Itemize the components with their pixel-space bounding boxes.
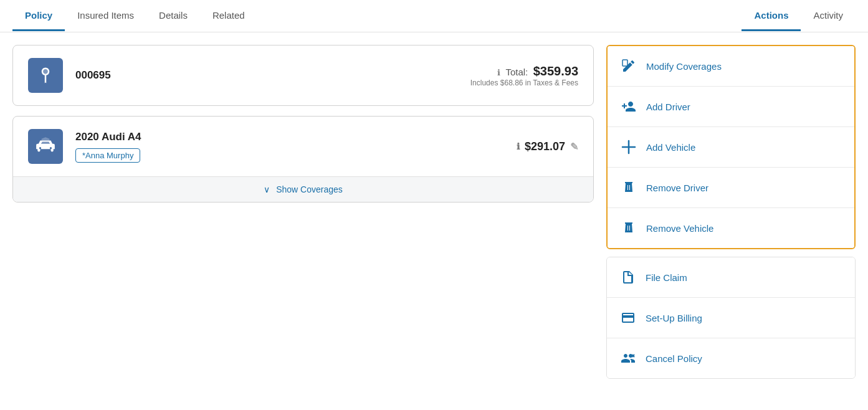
vehicle-info: 2020 Audi A4 *Anna Murphy — [75, 131, 504, 163]
tab-related[interactable]: Related — [200, 1, 257, 31]
policy-total: ℹ Total: $359.93 Includes $68.86 in Taxe… — [470, 64, 578, 87]
add-driver-label: Add Driver — [646, 102, 690, 112]
vehicle-icon — [28, 129, 63, 164]
modify-coverages-label: Modify Coverages — [646, 61, 722, 72]
setup-billing-label: Set-Up Billing — [646, 313, 702, 323]
setup-billing-icon — [619, 309, 637, 327]
policy-card: 000695 ℹ Total: $359.93 Includes $68.86 … — [12, 45, 594, 106]
svg-rect-1 — [622, 60, 627, 66]
tab-activity[interactable]: Activity — [801, 1, 856, 31]
policy-total-label: Total: — [505, 67, 528, 77]
main-layout: 000695 ℹ Total: $359.93 Includes $68.86 … — [0, 32, 868, 391]
show-coverages-label: Show Coverages — [276, 184, 343, 194]
add-driver-icon — [620, 98, 637, 115]
action-add-vehicle[interactable]: Add Vehicle — [608, 127, 854, 168]
tab-details[interactable]: Details — [146, 1, 200, 31]
action-setup-billing[interactable]: Set-Up Billing — [607, 298, 855, 338]
cancel-policy-label: Cancel Policy — [646, 353, 702, 364]
car-icon — [35, 136, 56, 157]
driver-badge[interactable]: *Anna Murphy — [75, 148, 140, 163]
vehicle-name: 2020 Audi A4 — [75, 131, 504, 143]
policy-id: 000695 — [75, 69, 111, 82]
file-claim-icon — [619, 269, 637, 286]
vehicle-card-body: 2020 Audi A4 *Anna Murphy ℹ $291.07 ✎ — [13, 117, 593, 176]
edit-vehicle-icon[interactable]: ✎ — [570, 141, 578, 153]
extra-actions-panel: File Claim Set-Up Billing — [606, 257, 856, 379]
nav-left-tabs: Policy Insured Items Details Related — [12, 1, 742, 31]
vehicle-card: 2020 Audi A4 *Anna Murphy ℹ $291.07 ✎ ∨ … — [12, 116, 594, 203]
add-vehicle-icon — [620, 138, 637, 156]
nav-right-tabs: Actions Activity — [742, 1, 856, 31]
tab-insured-items[interactable]: Insured Items — [65, 1, 146, 31]
remove-vehicle-label: Remove Vehicle — [646, 223, 713, 234]
chevron-down-icon: ∨ — [264, 184, 270, 194]
award-icon — [36, 66, 55, 85]
left-content: 000695 ℹ Total: $359.93 Includes $68.86 … — [12, 45, 594, 379]
action-modify-coverages[interactable]: Modify Coverages — [608, 46, 854, 87]
highlighted-actions-panel: Modify Coverages Add Driver Add Ve — [606, 45, 856, 249]
policy-card-body: 000695 ℹ Total: $359.93 Includes $68.86 … — [13, 45, 593, 105]
action-cancel-policy[interactable]: Cancel Policy — [607, 338, 855, 378]
action-add-driver[interactable]: Add Driver — [608, 87, 854, 127]
right-sidebar: Modify Coverages Add Driver Add Ve — [606, 45, 856, 379]
tab-actions[interactable]: Actions — [742, 1, 801, 31]
cancel-policy-icon — [619, 350, 637, 367]
info-icon-vehicle: ℹ — [517, 141, 520, 151]
add-vehicle-label: Add Vehicle — [646, 142, 695, 153]
action-remove-driver[interactable]: Remove Driver — [608, 168, 854, 208]
remove-vehicle-icon — [620, 219, 637, 237]
info-icon-policy: ℹ — [497, 68, 500, 77]
policy-total-line: ℹ Total: $359.93 — [470, 64, 578, 79]
vehicle-amount-section: ℹ $291.07 ✎ — [517, 140, 578, 153]
modify-coverages-icon — [620, 57, 637, 75]
remove-driver-icon — [620, 179, 637, 196]
policy-icon — [28, 58, 63, 93]
show-coverages-bar[interactable]: ∨ Show Coverages — [13, 176, 593, 202]
file-claim-label: File Claim — [646, 272, 687, 283]
remove-driver-label: Remove Driver — [646, 183, 708, 193]
tab-policy[interactable]: Policy — [12, 1, 65, 31]
policy-total-sub: Includes $68.86 in Taxes & Fees — [470, 79, 578, 87]
policy-total-amount: $359.93 — [533, 64, 578, 78]
action-file-claim[interactable]: File Claim — [607, 257, 855, 298]
action-remove-vehicle[interactable]: Remove Vehicle — [608, 208, 854, 248]
svg-point-0 — [43, 69, 48, 74]
vehicle-amount-value: $291.07 — [525, 140, 565, 153]
top-navigation: Policy Insured Items Details Related Act… — [0, 0, 868, 32]
